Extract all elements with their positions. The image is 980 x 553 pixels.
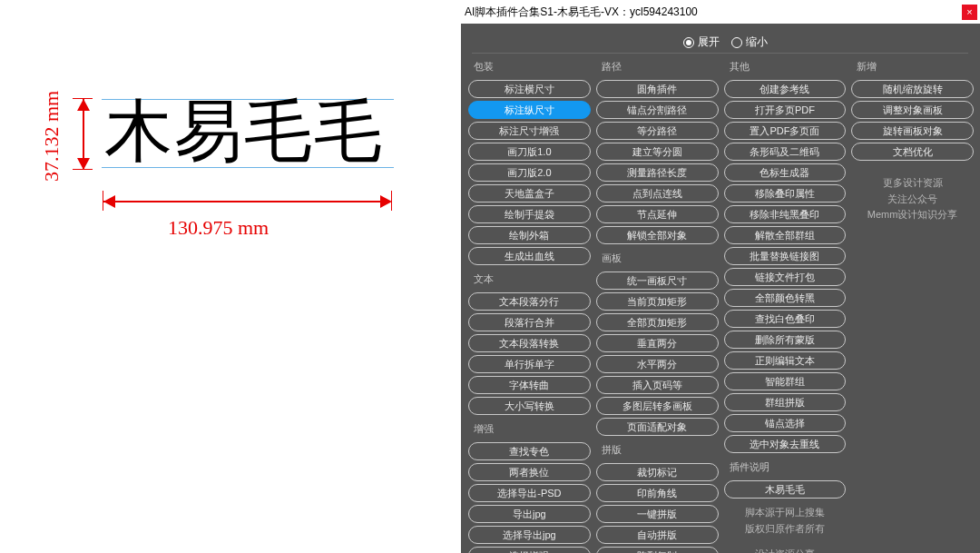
btn[interactable]: 群组拼版 <box>724 393 847 411</box>
btn[interactable]: 条形码及二维码 <box>724 143 847 161</box>
about-info-1: 脚本源于网上搜集 版权归原作者所有 <box>724 501 847 540</box>
btn[interactable]: 选择增强 <box>468 547 591 553</box>
btn[interactable]: 等分路径 <box>596 122 719 140</box>
btn[interactable]: 置入PDF多页面 <box>724 122 847 140</box>
btn[interactable]: 段落行合并 <box>468 313 591 331</box>
column-2: 路径 圆角插件 锚点分割路径 等分路径 建立等分圆 测量路径长度 点到点连线 节… <box>596 58 719 553</box>
btn[interactable]: 绘制外箱 <box>468 226 591 244</box>
plugin-panel: AI脚本插件合集S1-木易毛毛-VX：ycl594243100 × 展开 缩小 … <box>461 0 980 553</box>
column-3: 其他 创建参考线 打开多页PDF 置入PDF多页面 条形码及二维码 色标生成器 … <box>724 58 847 553</box>
btn[interactable]: 查找白色叠印 <box>724 310 847 328</box>
resources-info: 更多设计资源 关注公众号 Memm设计知识分享 <box>851 172 974 227</box>
btn[interactable]: 当前页加矩形 <box>596 292 719 311</box>
column-4: 新增 随机缩放旋转 调整对象画板 旋转画板对象 文档优化 更多设计资源 关注公众… <box>851 58 974 553</box>
btn[interactable]: 插入页码等 <box>596 376 719 394</box>
btn[interactable]: 旋转画板对象 <box>851 122 974 140</box>
section-packaging: 包装 <box>468 58 591 77</box>
btn[interactable]: 印前角线 <box>596 484 719 502</box>
btn[interactable]: 解散全部群组 <box>724 226 847 244</box>
btn[interactable]: 导出jpg <box>468 505 591 523</box>
btn[interactable]: 移除非纯黑叠印 <box>724 205 847 223</box>
radio-expand-label: 展开 <box>698 35 720 48</box>
dim-h-arrow-right <box>380 195 392 208</box>
section-path: 路径 <box>596 58 719 77</box>
btn[interactable]: 天地盖盒子 <box>468 184 591 202</box>
btn[interactable]: 水平两分 <box>596 355 719 373</box>
btn[interactable]: 文本段落分行 <box>468 292 591 311</box>
dim-v-label: 37.132 mm <box>40 91 64 182</box>
btn[interactable]: 统一画板尺寸 <box>596 272 719 290</box>
btn[interactable]: 裁切标记 <box>596 463 719 481</box>
btn[interactable]: 大小写转换 <box>468 397 591 415</box>
btn[interactable]: 全部页加矩形 <box>596 313 719 331</box>
btn[interactable]: 字体转曲 <box>468 376 591 394</box>
btn[interactable]: 页面适配对象 <box>596 418 719 436</box>
btn[interactable]: 锚点选择 <box>724 414 847 432</box>
btn[interactable]: 画刀版2.0 <box>468 163 591 182</box>
btn[interactable]: 选择导出-PSD <box>468 484 591 502</box>
view-toggle: 展开 缩小 <box>461 35 980 50</box>
btn[interactable]: 绘制手提袋 <box>468 205 591 223</box>
btn[interactable]: 点到点连线 <box>596 184 719 202</box>
btn[interactable]: 选中对象去重线 <box>724 435 847 453</box>
btn[interactable]: 垂直两分 <box>596 334 719 352</box>
btn[interactable]: 生成出血线 <box>468 247 591 265</box>
btn[interactable]: 正则编辑文本 <box>724 351 847 370</box>
btn[interactable]: 自动拼版 <box>596 526 719 544</box>
btn[interactable]: 查找专色 <box>468 442 591 460</box>
canvas-area: 木易毛毛 37.132 mm 130.975 mm <box>0 0 458 553</box>
btn[interactable]: 随机缩放旋转 <box>851 80 974 98</box>
btn[interactable]: 全部颜色转黑 <box>724 289 847 307</box>
btn[interactable]: 建立等分圆 <box>596 143 719 161</box>
btn[interactable]: 节点延伸 <box>596 205 719 223</box>
panel-title: AI脚本插件合集S1-木易毛毛-VX：ycl594243100 <box>465 5 962 20</box>
dim-v-arrow-bottom <box>77 158 90 170</box>
btn[interactable]: 创建参考线 <box>724 80 847 98</box>
section-artboard: 画板 <box>596 250 719 269</box>
section-about: 插件说明 <box>724 459 847 478</box>
btn[interactable]: 删除所有蒙版 <box>724 331 847 349</box>
radio-expand[interactable] <box>683 37 694 48</box>
btn[interactable]: 色标生成器 <box>724 163 847 182</box>
section-other: 其他 <box>724 58 847 77</box>
divider <box>472 53 968 54</box>
section-text: 文本 <box>468 271 591 290</box>
btn[interactable]: 文本段落转换 <box>468 334 591 352</box>
close-button[interactable]: × <box>962 5 977 20</box>
btn[interactable]: 链接文件打包 <box>724 268 847 286</box>
btn[interactable]: 阵列复制 <box>596 547 719 553</box>
panel-titlebar[interactable]: AI脚本插件合集S1-木易毛毛-VX：ycl594243100 × <box>461 0 980 24</box>
section-imposition: 拼版 <box>596 441 719 460</box>
dim-h-line <box>103 201 390 202</box>
btn[interactable]: 画刀版1.0 <box>468 143 591 161</box>
btn[interactable]: 标注尺寸增强 <box>468 122 591 140</box>
btn[interactable]: 批量替换链接图 <box>724 247 847 265</box>
about-info-2: 设计资源分享 VX：ycl594243100 <box>724 543 847 553</box>
btn-author[interactable]: 木易毛毛 <box>724 480 847 499</box>
radio-collapse[interactable] <box>731 37 742 48</box>
btn[interactable]: 锚点分割路径 <box>596 101 719 119</box>
column-1: 包装 标注横尺寸 标注纵尺寸 标注尺寸增强 画刀版1.0 画刀版2.0 天地盖盒… <box>468 58 591 553</box>
btn[interactable]: 移除叠印属性 <box>724 184 847 202</box>
btn[interactable]: 智能群组 <box>724 372 847 390</box>
columns: 包装 标注横尺寸 标注纵尺寸 标注尺寸增强 画刀版1.0 画刀版2.0 天地盖盒… <box>461 58 980 553</box>
btn[interactable]: 测量路径长度 <box>596 163 719 182</box>
dim-h-label: 130.975 mm <box>168 216 269 240</box>
btn[interactable]: 解锁全部对象 <box>596 226 719 244</box>
btn[interactable]: 一键拼版 <box>596 505 719 523</box>
btn[interactable]: 调整对象画板 <box>851 101 974 119</box>
btn[interactable]: 标注横尺寸 <box>468 80 591 98</box>
btn[interactable]: 圆角插件 <box>596 80 719 98</box>
btn[interactable]: 文档优化 <box>851 143 974 161</box>
btn-active[interactable]: 标注纵尺寸 <box>468 101 591 119</box>
section-new: 新增 <box>851 58 974 77</box>
btn[interactable]: 两者换位 <box>468 463 591 481</box>
section-enhance: 增强 <box>468 420 591 439</box>
btn[interactable]: 单行拆单字 <box>468 355 591 373</box>
btn[interactable]: 打开多页PDF <box>724 101 847 119</box>
btn[interactable]: 多图层转多画板 <box>596 397 719 415</box>
artwork-text[interactable]: 木易毛毛 <box>104 86 384 178</box>
radio-collapse-label: 缩小 <box>746 35 768 48</box>
btn[interactable]: 选择导出jpg <box>468 526 591 544</box>
